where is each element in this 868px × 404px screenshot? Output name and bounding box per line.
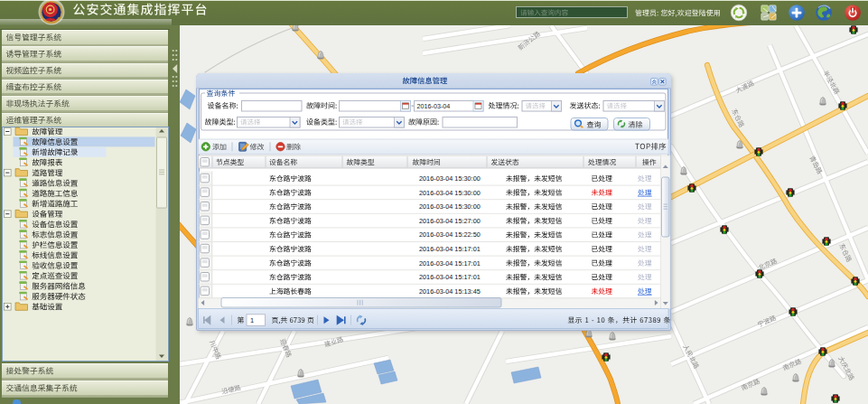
svg-text:2016-03-04 15:17:01: 2016-03-04 15:17:01 [419,273,481,281]
svg-text:2016-03-04 15:17:01: 2016-03-04 15:17:01 [419,245,481,253]
svg-text:1: 1 [250,316,254,324]
svg-text:2016-03-04 15:22:50: 2016-03-04 15:22:50 [419,230,481,239]
svg-text:2016-03-04: 2016-03-04 [417,102,451,110]
svg-text:2016-03-04 15:30:00: 2016-03-04 15:30:00 [419,189,481,197]
svg-text:2016-03-04 15:17:01: 2016-03-04 15:17:01 [419,259,481,268]
svg-text:2016-03-04 15:30:00: 2016-03-04 15:30:00 [419,174,481,183]
svg-text:2016-03-04 15:27:00: 2016-03-04 15:27:00 [419,217,481,225]
svg-text:2016-03-04 15:30:00: 2016-03-04 15:30:00 [419,202,481,211]
svg-text:2016-03-04 15:13:45: 2016-03-04 15:13:45 [419,287,481,296]
